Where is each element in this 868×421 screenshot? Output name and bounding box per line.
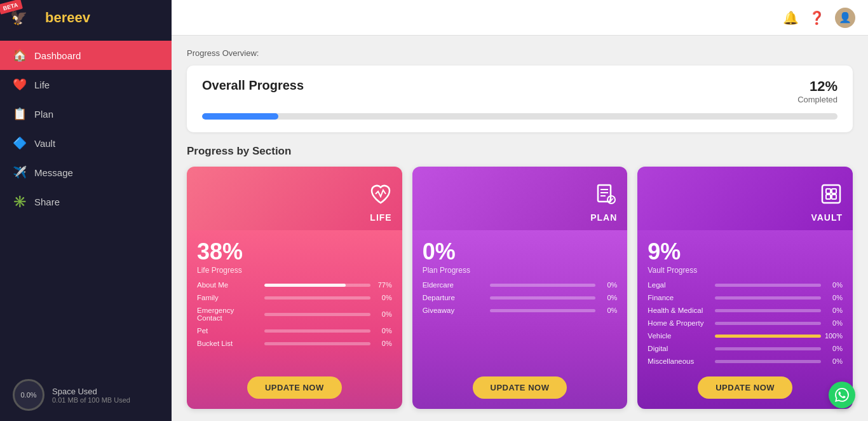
life-header-label: LIFE <box>370 212 391 223</box>
progress-overview-label: Progress Overview: <box>187 48 853 58</box>
item-name: Home & Property <box>648 319 711 327</box>
vault-card-body: 9% Vault Progress Legal 0% <box>637 230 853 409</box>
item-bar <box>715 360 821 363</box>
life-card: LIFE 38% Life Progress About Me <box>187 167 402 409</box>
list-item: Finance 0% <box>648 294 843 301</box>
life-update-button[interactable]: UPDATE NOW <box>247 376 342 399</box>
vault-header-label: VAULT <box>811 212 843 223</box>
plan-header-icon <box>594 183 617 210</box>
item-bar <box>715 309 821 312</box>
plan-update-button[interactable]: UPDATE NOW <box>473 376 567 399</box>
item-name: Vehicle <box>648 332 711 340</box>
list-item: Health & Medical 0% <box>648 307 843 314</box>
item-bar <box>490 284 596 287</box>
item-name: Giveaway <box>423 307 486 314</box>
item-bar <box>490 309 596 312</box>
item-bar <box>715 347 821 350</box>
list-item: Eldercare 0% <box>423 281 618 289</box>
svg-rect-9 <box>832 195 836 199</box>
life-progress-label: Life Progress <box>197 266 243 275</box>
overall-progress-card: Overall Progress 12% Completed <box>187 66 853 132</box>
completed-label: Completed <box>797 95 837 104</box>
list-item: Family 0% <box>197 294 392 301</box>
nav-items: 🏠 Dashboard ❤️ Life 📋 Plan 🔷 Vault ✈️ Me… <box>0 41 172 216</box>
sidebar-logo: BETA 🦅 bereev <box>0 0 172 36</box>
item-pct: 0% <box>374 327 392 335</box>
main-content: 🔔 ❓ 👤 Progress Overview: Overall Progres… <box>172 0 868 421</box>
life-progress-main: 38% Life Progress <box>197 240 392 275</box>
item-pct: 77% <box>374 281 392 289</box>
vault-items: Legal 0% Finance <box>648 281 843 365</box>
list-item: Digital 0% <box>648 345 843 352</box>
sidebar-item-share[interactable]: ✳️ Share <box>0 187 172 216</box>
list-item: Bucket List 0% <box>197 340 392 347</box>
sidebar-item-message[interactable]: ✈️ Message <box>0 158 172 187</box>
item-name: Emergency Contact <box>197 307 261 322</box>
item-pct: 0% <box>825 319 843 327</box>
item-name: Finance <box>648 294 711 301</box>
vault-icon: 🔷 <box>13 136 27 150</box>
sidebar-item-dashboard[interactable]: 🏠 Dashboard <box>0 41 172 70</box>
sidebar: BETA 🦅 bereev 🏠 Dashboard ❤️ Life 📋 Plan… <box>0 0 172 421</box>
vault-card: VAULT 9% Vault Progress Legal <box>637 167 853 409</box>
space-label: Space Used <box>52 387 130 396</box>
life-icon: ❤️ <box>13 78 27 92</box>
vault-pct: 9% <box>648 240 697 263</box>
life-card-body: 38% Life Progress About Me 77% <box>187 230 402 409</box>
svg-rect-5 <box>822 185 840 203</box>
plan-pct: 0% <box>423 240 470 263</box>
cards-row: LIFE 38% Life Progress About Me <box>187 167 853 409</box>
svg-rect-6 <box>826 189 831 193</box>
life-card-header: LIFE <box>187 167 402 230</box>
brand-name: bereev <box>45 10 90 26</box>
item-bar <box>264 342 370 345</box>
list-item: Miscellaneous 0% <box>648 357 843 365</box>
item-name: Eldercare <box>423 281 486 289</box>
item-bar <box>264 313 370 316</box>
plan-progress-label: Plan Progress <box>423 266 470 275</box>
plan-header-label: PLAN <box>590 212 617 223</box>
item-pct: 0% <box>825 294 843 301</box>
space-circle: 0.0% <box>13 379 44 411</box>
list-item: Home & Property 0% <box>648 319 843 327</box>
item-bar <box>715 296 821 300</box>
item-pct: 0% <box>599 281 617 289</box>
overall-header: Overall Progress 12% Completed <box>202 78 837 104</box>
dashboard-icon: 🏠 <box>13 48 27 62</box>
item-name: About Me <box>197 281 261 289</box>
topbar: 🔔 ❓ 👤 <box>172 0 868 36</box>
sidebar-item-vault[interactable]: 🔷 Vault <box>0 128 172 158</box>
bell-icon[interactable]: 🔔 <box>783 10 799 25</box>
help-icon[interactable]: ❓ <box>809 10 825 25</box>
list-item: Giveaway 0% <box>423 307 618 314</box>
avatar[interactable]: 👤 <box>835 8 855 28</box>
space-detail: 0.01 MB of 100 MB Used <box>52 396 130 404</box>
sidebar-item-life[interactable]: ❤️ Life <box>0 70 172 99</box>
item-name: Legal <box>648 281 711 289</box>
vault-header-icon <box>820 183 843 210</box>
life-items: About Me 77% Family <box>197 281 392 347</box>
vault-progress-label: Vault Progress <box>648 266 697 275</box>
item-pct: 0% <box>825 307 843 314</box>
item-name: Departure <box>423 294 486 301</box>
item-pct: 0% <box>374 294 392 301</box>
item-pct: 100% <box>825 332 843 340</box>
vault-update-button[interactable]: UPDATE NOW <box>698 376 792 399</box>
plan-card-header: PLAN <box>412 167 628 230</box>
space-used-section: 0.0% Space Used 0.01 MB of 100 MB Used <box>0 369 172 421</box>
plan-items: Eldercare 0% Departure <box>423 281 618 314</box>
item-bar <box>264 296 370 300</box>
item-pct: 0% <box>825 281 843 289</box>
item-bar <box>715 335 821 338</box>
item-pct: 0% <box>825 345 843 352</box>
item-name: Family <box>197 294 261 301</box>
sidebar-item-label: Dashboard <box>34 50 81 61</box>
item-bar <box>264 284 370 287</box>
svg-rect-8 <box>826 195 831 199</box>
item-bar <box>490 296 596 300</box>
plan-card-body: 0% Plan Progress Eldercare 0% <box>412 230 628 409</box>
whatsapp-button[interactable] <box>829 382 855 408</box>
vault-card-header: VAULT <box>637 167 853 230</box>
sidebar-item-plan[interactable]: 📋 Plan <box>0 99 172 128</box>
sidebar-item-label: Share <box>34 197 60 207</box>
